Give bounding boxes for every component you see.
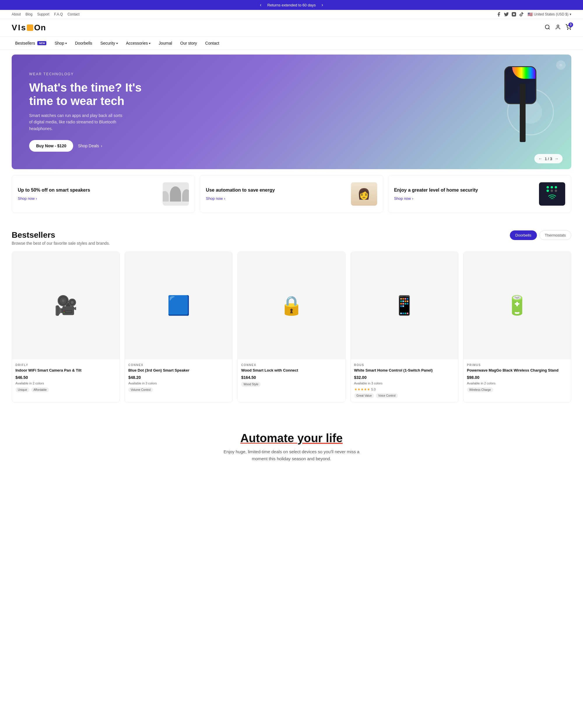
country-chevron-icon: ▾ xyxy=(570,12,571,16)
speaker-illustration xyxy=(163,186,189,202)
nav-contact-top[interactable]: Contact xyxy=(67,12,79,16)
stars-3: ★★★★★ xyxy=(354,387,370,391)
section-header-left: Bestsellers Browse the best of our favor… xyxy=(12,230,110,245)
top-nav: About Blog Support F.A.Q Contact 🇺🇸 Unit… xyxy=(0,10,583,19)
product-info-camera: DRIFLY Indoor WiFi Smart Camera Pan & Ti… xyxy=(12,359,119,396)
product-card-panel[interactable]: 📱 ROUS White Smart Home Control (1-Switc… xyxy=(351,252,459,402)
nav-blog[interactable]: Blog xyxy=(25,12,32,16)
logo-text-i1: I xyxy=(18,23,21,32)
dot-3 xyxy=(555,186,557,188)
flag-icon: 🇺🇸 xyxy=(528,12,533,17)
watch-rainbow xyxy=(512,67,535,79)
hero-description: Smart watches can run apps and play back… xyxy=(29,112,122,132)
product-brand-0: DRIFLY xyxy=(16,363,116,367)
nav-about[interactable]: About xyxy=(12,12,21,16)
product-colors-0: Available in 2 colors xyxy=(16,382,116,385)
nav-security[interactable]: Security ▾ xyxy=(97,37,121,50)
panel-icon: 📱 xyxy=(393,294,416,316)
automate-title-prefix: Automate xyxy=(240,432,297,444)
announce-prev-button[interactable]: ‹ xyxy=(259,2,262,7)
hero-close-button[interactable]: ○ xyxy=(556,60,565,70)
product-style-tag-2: Wood Style xyxy=(241,382,260,387)
dot-4 xyxy=(547,189,549,192)
nav-our-story[interactable]: Our story xyxy=(177,37,200,50)
product-card-lock[interactable]: 🔒 CONNEX Wood Smart Lock with Connect $1… xyxy=(237,252,345,402)
product-name-4: Powerwave MagGo Black Wireless Charging … xyxy=(467,368,567,373)
product-image-speaker: 🟦 xyxy=(125,252,232,359)
search-button[interactable] xyxy=(545,24,550,31)
announce-next-button[interactable]: › xyxy=(321,2,324,7)
promo-card-energy-link[interactable]: Shop now › xyxy=(206,196,347,201)
country-selector[interactable]: 🇺🇸 United States (USD $) ▾ xyxy=(528,12,571,17)
product-price-0: $46.50 xyxy=(16,375,116,380)
product-name-1: Blue Dot (3rd Gen) Smart Speaker xyxy=(128,368,229,373)
nav-support[interactable]: Support xyxy=(37,12,49,16)
hero-content: WEAR TECHNOLOGY What's the time? It's ti… xyxy=(29,72,151,152)
announce-message: Returns extended to 60 days xyxy=(267,3,316,7)
star-rating-3: ★★★★★ 5.0 xyxy=(354,387,455,391)
accessories-chevron-icon: ▾ xyxy=(149,42,150,45)
product-card-speaker[interactable]: 🟦 CONNEX Blue Dot (3rd Gen) Smart Speake… xyxy=(124,252,232,402)
promo-card-energy-image: 👩 xyxy=(351,182,377,206)
cart-button[interactable]: 0 xyxy=(565,24,571,31)
nav-bestsellers[interactable]: Bestsellers NEW xyxy=(12,37,50,50)
hero-prev-button[interactable]: ← xyxy=(538,156,543,161)
tag-volume-control: Volume Control xyxy=(128,387,153,392)
section-description: Browse the best of our favorite sale sty… xyxy=(12,241,110,245)
promo-card-speakers-link[interactable]: Shop now › xyxy=(18,196,159,201)
filter-thermostats[interactable]: Thermostats xyxy=(539,230,571,240)
product-name-0: Indoor WiFi Smart Camera Pan & Tilt xyxy=(16,368,116,373)
nav-doorbells[interactable]: Doorbells xyxy=(72,37,95,50)
automate-title-highlight: your life xyxy=(297,432,343,444)
nav-journal[interactable]: Journal xyxy=(155,37,175,50)
product-name-3: White Smart Home Control (1-Switch Panel… xyxy=(354,368,455,373)
hero-title: What's the time? It's time to wear tech xyxy=(29,81,151,108)
cart-badge: 0 xyxy=(568,23,573,27)
promo-card-security-link[interactable]: Shop now › xyxy=(394,196,535,201)
promo-cards: Up to 50% off on smart speakers Shop now… xyxy=(12,175,571,213)
nav-contact[interactable]: Contact xyxy=(202,37,223,50)
product-name-2: Wood Smart Lock with Connect xyxy=(241,368,342,373)
hero-next-button[interactable]: → xyxy=(554,156,558,161)
twitter-icon xyxy=(504,12,509,17)
automate-description: Enjoy huge, limited-time deals on select… xyxy=(219,448,364,462)
product-price-4: $98.00 xyxy=(467,375,567,380)
nav-shop[interactable]: Shop ▾ xyxy=(51,37,70,50)
camera-icon: 🎥 xyxy=(54,294,78,316)
speaker-medium xyxy=(182,189,189,202)
svg-point-4 xyxy=(567,29,568,29)
account-button[interactable] xyxy=(555,24,561,31)
product-tags-3: Great Value Voice Control xyxy=(354,393,455,398)
tag-unique: Unique xyxy=(16,387,29,392)
product-card-camera[interactable]: 🎥 DRIFLY Indoor WiFi Smart Camera Pan & … xyxy=(12,252,120,402)
hero-deals-button[interactable]: Shop Deals › xyxy=(78,144,102,148)
nav-faq[interactable]: F.A.Q xyxy=(54,12,63,16)
hero-buy-button[interactable]: Buy Now - $120 xyxy=(29,140,73,152)
rating-num-3: 5.0 xyxy=(371,388,376,391)
speakers-arrow-icon: › xyxy=(36,196,37,201)
logo[interactable]: V I s On xyxy=(12,23,46,32)
top-nav-right: 🇺🇸 United States (USD $) ▾ xyxy=(496,12,571,17)
filter-doorbells[interactable]: Doorbells xyxy=(510,230,537,240)
product-price-2: $164.50 xyxy=(241,375,342,380)
automate-section: Automate your life Enjoy huge, limited-t… xyxy=(0,414,583,480)
logo-text-on: On xyxy=(34,23,46,32)
hero-indicator: ← 1 / 3 → xyxy=(534,154,563,163)
header-icons: 0 xyxy=(545,24,571,31)
promo-card-energy-content: Use automation to save energy Shop now › xyxy=(206,187,347,201)
product-tags-4: Wireless Charge xyxy=(467,387,567,392)
promo-card-speakers-content: Up to 50% off on smart speakers Shop now… xyxy=(18,187,159,201)
dot-5 xyxy=(551,189,553,192)
main-header: V I s On 0 xyxy=(0,19,583,37)
account-icon xyxy=(555,24,561,30)
product-card-charger[interactable]: 🔋 PRIMUS Powerwave MagGo Black Wireless … xyxy=(463,252,571,402)
logo-text-s: s xyxy=(21,23,26,32)
promo-card-speakers-title: Up to 50% off on smart speakers xyxy=(18,187,159,193)
promo-card-security-image xyxy=(539,182,565,206)
automate-title: Automate your life xyxy=(12,432,571,445)
promo-card-energy: Use automation to save energy Shop now ›… xyxy=(200,175,383,213)
nav-accessories[interactable]: Accessories ▾ xyxy=(122,37,154,50)
tiktok-icon xyxy=(519,12,524,17)
bestsellers-section: Bestsellers Browse the best of our favor… xyxy=(0,219,583,414)
product-brand-3: ROUS xyxy=(354,363,455,367)
